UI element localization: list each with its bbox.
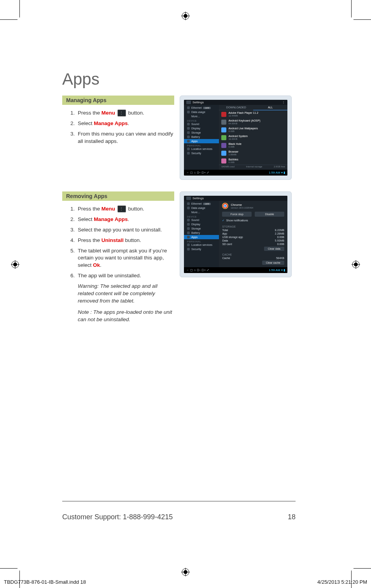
nav-icons[interactable]: ← ◻ ⌂ ⟨⟩− ⟨⟩+ ⤢ [186, 171, 209, 174]
cache-label: CACHE [219, 252, 287, 256]
app-row[interactable]: Android Keyboard (AOSP)64.00KB [219, 118, 287, 126]
sidebar-item-apps[interactable]: Apps [184, 235, 219, 239]
step: Press the Menu ⋮ button. [76, 205, 174, 213]
doc-timestamp: 4/25/2013 5:21:20 PM [317, 579, 367, 585]
apps-list-panel: DOWNLOADED ALL Adobe Flash Player 11.212… [219, 105, 287, 170]
app-name: Browser [228, 150, 238, 153]
disable-button[interactable]: Disable [255, 212, 284, 217]
tab-all[interactable]: ALL [253, 105, 287, 110]
sidebar-item-storage[interactable]: Storage [184, 226, 219, 231]
screenshot-managing: Settings⋮ EthernetOFF Data usage More… D… [180, 96, 292, 180]
sidebar-item-apps[interactable]: Apps [184, 139, 219, 143]
menu-keyword: Menu [102, 110, 115, 116]
app-icon [221, 135, 226, 140]
app-icon [221, 127, 226, 132]
sidebar-cat-device: DEVICE [184, 214, 219, 218]
sidebar-item-more[interactable]: More… [184, 210, 219, 214]
storage-bar: 640MB used Internal storage 2.0GB free [219, 165, 287, 168]
step: The tablet will prompt ask you if you're… [76, 247, 174, 270]
app-row[interactable]: Android Live Wallpapers0.00B [219, 126, 287, 134]
sidebar-item-display[interactable]: Display [184, 126, 219, 130]
registration-mark-icon [352, 260, 360, 269]
sidebar-item-battery[interactable]: Battery [184, 231, 219, 235]
sidebar-cat-device: DEVICE [184, 118, 219, 122]
sidebar-item-ethernet[interactable]: EthernetOFF [184, 202, 219, 206]
manage-apps-keyword: Manage Apps [94, 120, 128, 126]
section-banner-managing: Managing Apps [62, 96, 174, 105]
app-icon [221, 151, 226, 156]
storage-row: App2.28MB [219, 232, 287, 235]
storage-row: SD card0.00B [219, 242, 287, 246]
app-size: 0.00B [228, 161, 238, 164]
sidebar-item-battery[interactable]: Battery [184, 135, 219, 139]
nav-icons[interactable]: ← ◻ ⌂ ⟨⟩− ⟨⟩+ ⤢ [186, 268, 209, 272]
sidebar-item-display[interactable]: Display [184, 222, 219, 226]
app-row[interactable]: Android System16.00KB [219, 134, 287, 141]
sidebar-item-ethernet[interactable]: EthernetOFF [184, 106, 219, 110]
chrome-icon [222, 203, 228, 209]
ethernet-toggle[interactable]: OFF [203, 107, 211, 109]
uninstall-keyword: Uninstall [102, 237, 124, 243]
step: Press the Menu ⋮ button. [76, 110, 174, 117]
app-version: version 18.0.1025464 [231, 207, 253, 209]
sidebar-item-more[interactable]: More… [184, 114, 219, 118]
warning-text: Warning: The selected app and all relate… [78, 283, 174, 305]
menu-dots-icon: ⋮ [117, 205, 126, 212]
app-icon [221, 112, 226, 117]
app-size: 12.44MB [228, 115, 258, 117]
app-size: 16.00KB [228, 138, 247, 140]
step: From this menu you can view and modify a… [76, 130, 174, 145]
note-text: Note : The apps pre-loaded onto the unit… [78, 309, 174, 324]
clock: 1:59 AM ▾ ▮ [269, 268, 285, 272]
sidebar-item-data[interactable]: Data usage [184, 206, 219, 210]
show-notifications-checkbox[interactable]: Show notifications [219, 217, 287, 224]
app-name: Black Hole [228, 143, 241, 145]
sidebar-item-location[interactable]: Location services [184, 147, 219, 151]
menu-keyword: Menu [102, 206, 115, 212]
nav-bar: ← ◻ ⌂ ⟨⟩− ⟨⟩+ ⤢ 1:59 AM ▾ ▮ [184, 267, 287, 273]
app-row[interactable]: Browser1.85MB [219, 149, 287, 157]
doc-filename: TBDG773B-876-01-IB-Small.indd 18 [4, 579, 86, 585]
sidebar-item-security[interactable]: Security [184, 151, 219, 155]
step: The app will be uninstalled. [76, 272, 174, 280]
app-size: 64.00KB [228, 122, 260, 125]
ok-keyword: Ok [93, 262, 100, 268]
sidebar-item-security[interactable]: Security [184, 247, 219, 251]
settings-sidebar: EthernetOFF Data usage More… DEVICE Soun… [184, 105, 219, 170]
app-size: 0.00B [228, 146, 241, 148]
customer-support: Customer Support: 1-888-999-4215 [62, 513, 173, 521]
storage-label: STORAGE [219, 224, 287, 228]
manage-apps-keyword: Manage Apps [94, 216, 128, 222]
storage-row: USB storage app0.00B [219, 235, 287, 239]
sidebar-cat-personal: PERSONAL [184, 239, 219, 243]
app-row[interactable]: Adobe Flash Player 11.212.44MB [219, 110, 287, 118]
ethernet-toggle[interactable]: OFF [203, 203, 211, 205]
page-number: 18 [288, 513, 296, 521]
settings-sidebar: EthernetOFF Data usage More… DEVICE Soun… [184, 201, 219, 267]
app-name: Android Live Wallpapers [228, 127, 258, 130]
app-icon [221, 158, 226, 164]
step: Select Manage Apps. [76, 120, 174, 127]
app-info-panel: Chrome version 18.0.1025464 Force stop D… [219, 201, 287, 267]
registration-mark-icon [181, 12, 190, 20]
sidebar-item-data[interactable]: Data usage [184, 110, 219, 114]
clear-cache-button[interactable]: Clear cache [262, 261, 284, 265]
managing-steps: Press the Menu ⋮ button. Select Manage A… [62, 110, 174, 145]
sidebar-item-sound[interactable]: Sound [184, 218, 219, 222]
force-stop-button[interactable]: Force stop [222, 212, 252, 217]
tab-downloaded[interactable]: DOWNLOADED [219, 105, 253, 110]
app-row[interactable]: Bubbles0.00B [219, 157, 287, 165]
storage-row: Data5.93MB [219, 239, 287, 242]
app-row[interactable]: Black Hole0.00B [219, 141, 287, 149]
sidebar-item-storage[interactable]: Storage [184, 130, 219, 135]
removing-steps: Press the Menu ⋮ button. Select Manage A… [62, 205, 174, 280]
storage-row: Total8.22MB [219, 228, 287, 232]
app-name: Bubbles [228, 158, 238, 161]
app-name: Android System [228, 135, 247, 137]
sidebar-item-sound[interactable]: Sound [184, 122, 219, 126]
app-name: Android Keyboard (AOSP) [228, 119, 260, 122]
sidebar-item-location[interactable]: Location services [184, 243, 219, 247]
nav-bar: ← ◻ ⌂ ⟨⟩− ⟨⟩+ ⤢ 1:59 AM ▾ ▮ [184, 170, 287, 176]
page-title: Apps [62, 70, 296, 89]
clear-data-button[interactable]: Clear data [264, 247, 284, 251]
